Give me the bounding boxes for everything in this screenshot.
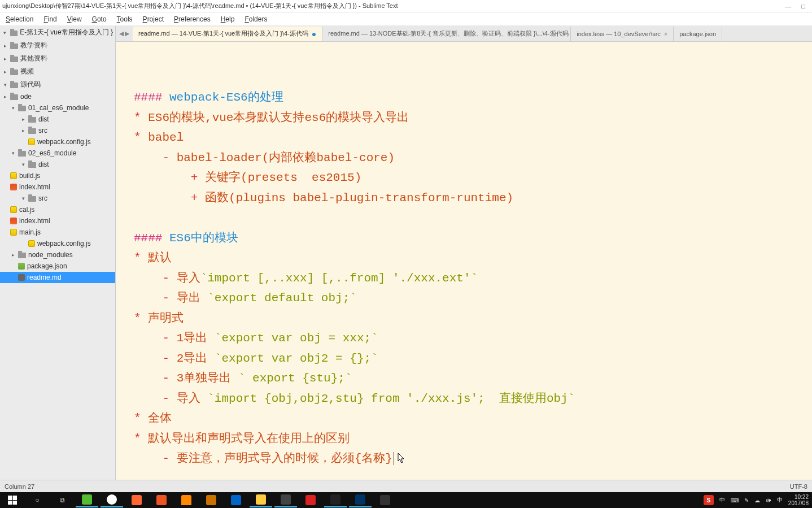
code-line: - 导出 `export default obj;` — [134, 288, 810, 309]
menu-preferences[interactable]: Preferences — [169, 14, 215, 24]
sidebar-item[interactable]: ▾src — [0, 193, 115, 204]
sidebar-item-label: 其他资料 — [20, 54, 47, 63]
status-column: Column 27 — [5, 483, 34, 490]
maximize-icon[interactable]: □ — [801, 3, 805, 10]
tray-item[interactable]: ☁ — [754, 497, 760, 503]
tab-scroll-right-icon[interactable]: ▶ — [125, 30, 129, 37]
tray-item[interactable]: 中 — [777, 496, 783, 504]
taskbar-app[interactable] — [299, 493, 322, 507]
taskbar-app[interactable] — [76, 493, 98, 507]
menu-goto[interactable]: Goto — [88, 14, 111, 24]
sidebar-item[interactable]: ▸node_modules — [0, 249, 115, 260]
dirty-indicator-icon: ● — [312, 29, 316, 38]
sidebar-item-label: webpack.config.js — [37, 240, 91, 248]
menu-find[interactable]: Find — [39, 14, 61, 24]
sidebar-item[interactable]: ▸其他资料 — [0, 52, 115, 65]
sidebar-item[interactable]: cal.js — [0, 204, 115, 215]
taskbar-app[interactable] — [374, 493, 396, 507]
tray-item[interactable]: 🕪 — [766, 497, 771, 503]
sidebar-item-label: dist — [38, 115, 49, 123]
sidebar-item[interactable]: webpack.config.js — [0, 238, 115, 249]
tab-label: package.json — [679, 31, 716, 37]
taskbar-app[interactable] — [225, 493, 247, 507]
code-line — [134, 208, 810, 228]
sidebar-item[interactable]: package.json — [0, 260, 115, 272]
tray-item[interactable]: ⌨ — [731, 497, 739, 503]
taskview-icon[interactable]: ⧉ — [51, 493, 73, 507]
menu-selection[interactable]: Selection — [1, 14, 38, 24]
chevron-icon: ▸ — [10, 252, 16, 258]
sidebar-item-label: webpack.config.js — [37, 138, 91, 146]
sidebar-item[interactable]: index.html — [0, 181, 115, 193]
sidebar-item[interactable]: ▾dist — [0, 159, 115, 170]
folder-icon — [10, 94, 18, 100]
tab[interactable]: package.json — [674, 27, 722, 41]
system-tray[interactable]: S 中 ⌨ ✎ ☁ 🕪 中 10:22 2017/08 — [704, 494, 811, 506]
taskbar-app[interactable] — [349, 493, 372, 507]
sidebar-item[interactable]: index.html — [0, 215, 115, 227]
folder-icon — [10, 57, 18, 62]
folder-icon — [10, 83, 18, 88]
taskbar-app[interactable] — [250, 493, 272, 507]
sidebar-item[interactable]: ▾02_es6_module — [0, 147, 115, 159]
menu-tools[interactable]: Tools — [112, 14, 137, 24]
code-line: - 导入`import [,..xxx] [,..from] './xxx.ex… — [134, 268, 810, 289]
minimize-icon[interactable]: — — [785, 3, 791, 10]
sidebar-item[interactable]: ▸ode — [0, 91, 115, 102]
menu-view[interactable]: View — [63, 14, 86, 24]
menu-help[interactable]: Help — [216, 14, 239, 24]
sidebar-item[interactable]: ▸教学资料 — [0, 39, 115, 52]
taskbar: ○ ⧉ S 中 ⌨ ✎ ☁ 🕪 中 10:22 2017/08 — [0, 492, 812, 508]
code-line: #### ES6中的模块 — [134, 228, 810, 249]
sidebar-item-label: 02_es6_module — [28, 149, 76, 157]
chevron-icon: ▸ — [2, 56, 8, 62]
folder-icon — [28, 162, 36, 168]
chevron-icon: ▸ — [2, 94, 8, 99]
sidebar-item[interactable]: ▾源代码 — [0, 78, 115, 91]
taskbar-app[interactable] — [150, 493, 173, 507]
menu-project[interactable]: Project — [138, 14, 168, 24]
editor-content[interactable]: #### webpack-ES6的处理* ES6的模块,vue本身默认支持es6… — [116, 42, 812, 480]
close-icon[interactable]: × — [664, 31, 667, 37]
taskbar-app[interactable] — [101, 493, 123, 507]
sidebar-item-label: 视频 — [20, 67, 34, 76]
sidebar-item[interactable]: readme.md — [0, 272, 115, 283]
status-encoding: UTF-8 — [790, 483, 807, 490]
start-button[interactable] — [1, 493, 24, 507]
sidebar-item[interactable]: ▾E-第1天-{ vue常用指令及入门 } — [0, 26, 115, 39]
tray-item[interactable]: 中 — [719, 496, 725, 504]
taskbar-app[interactable] — [200, 493, 222, 507]
sidebar: ▾E-第1天-{ vue常用指令及入门 }▸教学资料▸其他资料▸视频▾源代码▸o… — [0, 26, 116, 480]
sidebar-item[interactable]: ▸视频 — [0, 65, 115, 78]
folder-icon — [10, 31, 18, 36]
sidebar-item[interactable]: main.js — [0, 227, 115, 238]
sidebar-item-label: index.html — [19, 217, 50, 225]
taskbar-app[interactable] — [324, 493, 347, 507]
code-line: * ES6的模块,vue本身默认支持es6的模块导入导出 — [134, 108, 810, 128]
tray-item[interactable]: ✎ — [744, 497, 749, 503]
sidebar-item[interactable]: webpack.config.js — [0, 136, 115, 147]
sidebar-item-label: ode — [20, 93, 32, 101]
taskbar-app[interactable] — [125, 493, 148, 507]
clock[interactable]: 10:22 2017/08 — [788, 494, 809, 506]
mouse-cursor-icon — [401, 452, 405, 465]
code-line: * 全体 — [134, 409, 810, 429]
tab[interactable]: readme.md — 14-VUE-第1天-{ vue常用指令及入门 }\4-… — [133, 27, 322, 41]
sidebar-item[interactable]: build.js — [0, 170, 115, 181]
file-icon — [28, 240, 35, 247]
taskbar-sublime[interactable] — [274, 493, 297, 507]
code-line: * 默认 — [134, 248, 810, 268]
sidebar-item-label: E-第1天-{ vue常用指令及入门 } — [20, 28, 113, 37]
sidebar-item[interactable]: ▾01_cal_es6_module — [0, 102, 115, 114]
sidebar-item-label: index.html — [19, 183, 50, 191]
taskbar-app[interactable] — [175, 493, 198, 507]
sidebar-item[interactable]: ▸dist — [0, 114, 115, 125]
sidebar-item[interactable]: ▸src — [0, 125, 115, 136]
tab[interactable]: readme.md — 13-NODE基础-第8天-{ 音乐更新、删除、验证码、… — [322, 27, 571, 41]
tab[interactable]: index.less — 10_devSever\src× — [571, 27, 674, 41]
tab-scroll-left-icon[interactable]: ◀ — [119, 30, 124, 37]
cortana-icon[interactable]: ○ — [26, 493, 49, 507]
ime-icon[interactable]: S — [704, 495, 714, 505]
menu-folders[interactable]: Folders — [240, 14, 272, 24]
folder-icon — [28, 196, 36, 202]
